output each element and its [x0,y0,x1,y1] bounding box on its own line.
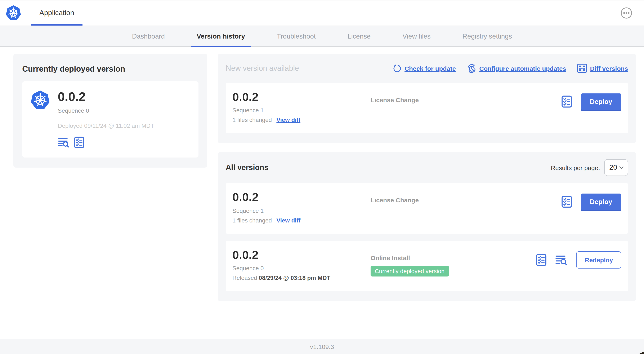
kubernetes-app-icon [30,90,51,111]
version-sequence: Sequence 1 [232,107,370,114]
version-number: 0.0.2 [232,91,370,103]
files-changed-row: 1 files changed View diff [232,117,370,123]
deployed-version-details: 0.0.2 Sequence 0 Deployed 09/11/24 @ 11:… [58,90,154,148]
tab-label: Dashboard [132,33,165,40]
currently-deployed-card: Currently deployed version 0.0.2 Sequenc… [14,54,207,168]
tab-label: Registry settings [462,33,512,40]
preflight-checklist-icon[interactable] [561,196,572,208]
tab-registry-settings[interactable]: Registry settings [456,26,518,47]
results-per-page-label: Results per page: [551,164,600,171]
deployed-timestamp: Deployed 09/11/24 @ 11:02 am MDT [58,122,154,129]
results-per-page: Results per page: 20 [551,159,628,176]
currently-deployed-version-card: 0.0.2 Sequence 0 Deployed 09/11/24 @ 11:… [22,81,198,158]
version-number: 0.0.2 [232,249,370,261]
deploy-button[interactable]: Deploy [580,93,622,110]
redeploy-button[interactable]: Redeploy [576,251,622,268]
deployed-version-number: 0.0.2 [58,90,154,104]
kubernetes-logo-icon [5,5,22,21]
currently-deployed-title: Currently deployed version [22,65,198,74]
tab-label: Troubleshoot [277,33,316,40]
diff-icon [577,64,587,73]
version-actions: Redeploy [536,249,622,268]
results-per-page-value: 20 [609,164,617,172]
version-sequence: Sequence 0 [232,265,370,271]
app-brand: Application [0,1,82,26]
logs-icon[interactable] [58,137,70,147]
overflow-menu-button[interactable] [620,7,632,19]
page-tabs: Dashboard Version history Troubleshoot L… [0,26,644,47]
all-versions-title: All versions [226,163,268,172]
logs-icon[interactable] [556,255,568,265]
chevron-down-icon [619,166,624,169]
new-version-panel: New version available Check for update C… [218,54,636,144]
tab-label: License [348,33,370,40]
view-diff-link[interactable]: View diff [276,217,300,224]
app-window: Application Dashboard Version history Tr… [0,0,644,354]
tab-license[interactable]: License [342,26,376,47]
source-label: License Change [370,96,561,104]
version-actions: Deploy [561,91,622,110]
released-date: 08/29/24 @ 03:18 pm MDT [259,274,330,281]
diff-versions-link[interactable]: Diff versions [577,64,628,73]
released-timestamp: Released 08/29/24 @ 03:18 pm MDT [232,274,370,281]
app-footer: v1.109.3 [0,339,644,354]
version-source: Online Install Currently deployed versio… [370,249,536,276]
released-label: Released [232,274,259,281]
files-changed-row: 1 files changed View diff [232,217,370,224]
version-row: 0.0.2 Sequence 1 1 files changed View di… [226,183,628,234]
versions-column: New version available Check for update C… [218,54,636,301]
version-row: 0.0.2 Sequence 0 Released 08/29/24 @ 03:… [226,241,628,291]
link-label: Configure automatic updates [479,65,566,72]
view-diff-link[interactable]: View diff [276,117,300,123]
version-sequence: Sequence 1 [232,207,370,214]
preflight-checklist-icon[interactable] [561,96,572,108]
results-per-page-select[interactable]: 20 [604,159,628,176]
tab-view-files[interactable]: View files [396,26,436,47]
check-for-update-link[interactable]: Check for update [393,64,456,73]
deployed-actions [58,137,154,148]
version-info: 0.0.2 Sequence 1 1 files changed View di… [232,191,370,224]
new-version-title: New version available [226,64,299,73]
version-source: License Change [370,91,561,104]
version-source: License Change [370,191,561,204]
source-label: Online Install [370,254,536,261]
version-number: 0.0.2 [232,191,370,204]
tab-label: Version history [196,33,245,40]
preflight-checklist-icon[interactable] [74,137,84,148]
currently-deployed-badge: Currently deployed version [370,266,449,276]
source-label: License Change [370,197,561,204]
link-label: Diff versions [590,65,628,72]
files-changed-label: 1 files changed [232,217,272,224]
new-version-header: New version available Check for update C… [226,61,628,76]
auto-update-clock-icon [467,64,476,73]
version-actions: Deploy [561,191,622,210]
update-links: Check for update Configure automatic upd… [393,64,628,73]
all-versions-header: All versions Results per page: 20 [226,159,628,176]
files-changed-label: 1 files changed [232,117,272,123]
version-info: 0.0.2 Sequence 0 Released 08/29/24 @ 03:… [232,249,370,281]
console-version: v1.109.3 [310,343,334,350]
tab-version-history[interactable]: Version history [191,26,251,47]
link-label: Check for update [404,65,456,72]
tab-dashboard[interactable]: Dashboard [126,26,171,47]
version-info: 0.0.2 Sequence 1 1 files changed View di… [232,91,370,123]
all-versions-panel: All versions Results per page: 20 0.0.2 … [218,152,636,301]
tab-application[interactable]: Application [31,1,82,26]
preflight-checklist-icon[interactable] [536,254,547,266]
deploy-button[interactable]: Deploy [580,194,622,210]
new-version-row: 0.0.2 Sequence 1 1 files changed View di… [226,83,628,133]
configure-automatic-updates-link[interactable]: Configure automatic updates [467,64,566,73]
app-header: Application [0,1,644,26]
deployed-sequence: Sequence 0 [58,107,154,114]
main-content: Currently deployed version 0.0.2 Sequenc… [0,47,644,339]
tab-troubleshoot[interactable]: Troubleshoot [271,26,322,47]
app-tab-label: Application [39,9,74,17]
tab-label: View files [402,33,431,40]
refresh-icon [393,64,402,73]
